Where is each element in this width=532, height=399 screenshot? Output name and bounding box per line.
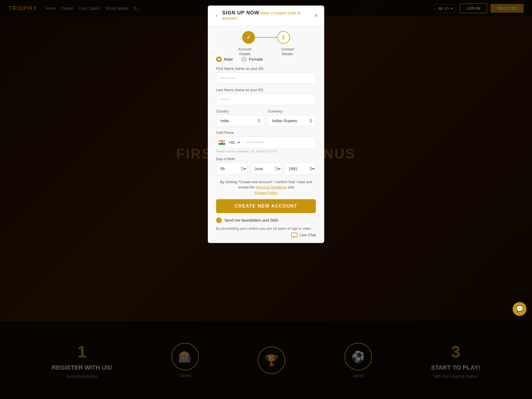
- country-group: Country India: [216, 109, 264, 127]
- modal-back-button[interactable]: ‹: [213, 11, 219, 19]
- male-label: Male: [224, 57, 233, 62]
- country-label: Country: [216, 109, 264, 113]
- dob-label: Day of Birth: [216, 157, 316, 161]
- currency-select-wrapper: Indian Rupees US Dollar Euro: [268, 115, 316, 127]
- footer-text: By proceeding you confirm you are 18 yea…: [216, 226, 312, 231]
- checkmark-icon: [247, 34, 251, 40]
- modal-body: 2 AccountDetails ContactDetails Male Fem…: [208, 25, 324, 243]
- modal-header: ‹ SIGN UP NOW Have a coupon code to acti…: [208, 6, 324, 25]
- male-radio[interactable]: [216, 57, 222, 62]
- flag-green: [219, 143, 225, 145]
- terms-mid: and: [287, 185, 294, 189]
- phone-input-group: +91 +1 +44: [216, 136, 316, 149]
- phone-group: Cell Phone +91 +1 +44: [216, 131, 316, 153]
- country-currency-row: Country India Currency Indian Rupees US …: [216, 109, 316, 127]
- currency-group: Currency Indian Rupees US Dollar Euro: [268, 109, 316, 127]
- gender-male-option[interactable]: Male: [216, 57, 233, 62]
- modal-title-group: SIGN UP NOW Have a coupon code to activa…: [222, 10, 311, 21]
- country-select-wrapper: India: [216, 115, 264, 127]
- dob-month-wrapper: June: [250, 163, 282, 175]
- step-1-label: AccountDetails: [238, 47, 251, 57]
- dob-year-wrapper: 1991: [285, 163, 316, 175]
- india-flag: [219, 140, 225, 145]
- live-chat-bubble[interactable]: 💬: [513, 302, 526, 316]
- terms-text: By clicking "Create new account" I confi…: [216, 179, 316, 196]
- chat-icon: [291, 232, 297, 237]
- modal-title: SIGN UP NOW: [222, 10, 259, 16]
- last-name-group: Last Name (same as your ID): [216, 88, 316, 105]
- step-2-circle: 2: [277, 31, 290, 44]
- terms-link[interactable]: Terms & Conditions: [256, 185, 287, 189]
- dob-year-select[interactable]: 1991: [285, 163, 316, 175]
- step-1-circle: [242, 31, 255, 44]
- first-name-input[interactable]: [216, 72, 316, 84]
- female-radio[interactable]: [241, 57, 247, 62]
- last-name-input[interactable]: [216, 94, 316, 105]
- live-chat-row[interactable]: Live Chat: [291, 232, 316, 237]
- signup-modal: ‹ SIGN UP NOW Have a coupon code to acti…: [208, 6, 324, 243]
- newsletter-label: Send me Newsletters and SMS: [224, 218, 278, 222]
- stepper: 2 AccountDetails ContactDetails: [216, 31, 316, 57]
- live-chat-bubble-icon: 💬: [516, 305, 523, 313]
- first-name-label: First Name (same as your ID): [216, 66, 316, 71]
- dob-day-select[interactable]: 09: [216, 163, 247, 175]
- phone-flag[interactable]: +91 +1 +44: [216, 137, 243, 148]
- currency-label: Currency: [268, 109, 316, 113]
- privacy-link[interactable]: Privacy Policy: [255, 191, 277, 195]
- step-line: [255, 37, 277, 38]
- gender-row: Male Female: [216, 57, 316, 62]
- phone-number-input[interactable]: [243, 137, 316, 148]
- last-name-label: Last Name (same as your ID): [216, 88, 316, 92]
- first-name-group: First Name (same as your ID): [216, 66, 316, 84]
- female-label: Female: [249, 57, 263, 62]
- country-select[interactable]: India: [216, 115, 264, 127]
- create-account-button[interactable]: CREATE NEW ACCOUNT: [216, 199, 316, 213]
- live-chat-label: Live Chat: [300, 233, 316, 237]
- currency-select[interactable]: Indian Rupees US Dollar Euro: [268, 115, 316, 127]
- newsletter-row: ✓ Send me Newsletters and SMS: [216, 218, 316, 223]
- footer-section: By proceeding you confirm you are 18 yea…: [216, 226, 316, 231]
- dob-group: Day of Birth 09 June 1991: [216, 157, 316, 175]
- stepper-wrapper: 2: [242, 31, 290, 44]
- dob-row: 09 June 1991: [216, 163, 316, 175]
- dob-month-select[interactable]: June: [250, 163, 282, 175]
- newsletter-checkbox[interactable]: ✓: [216, 218, 222, 223]
- gender-female-option[interactable]: Female: [241, 57, 263, 62]
- phone-label: Cell Phone: [216, 131, 316, 135]
- step-2-label: ContactDetails: [281, 47, 294, 57]
- phone-hint: Phone number example: +91 XXXXX XXXXX: [216, 150, 316, 153]
- dob-day-wrapper: 09: [216, 163, 247, 175]
- phone-code-select[interactable]: +91 +1 +44: [226, 140, 241, 145]
- modal-close-button[interactable]: ✕: [314, 12, 319, 19]
